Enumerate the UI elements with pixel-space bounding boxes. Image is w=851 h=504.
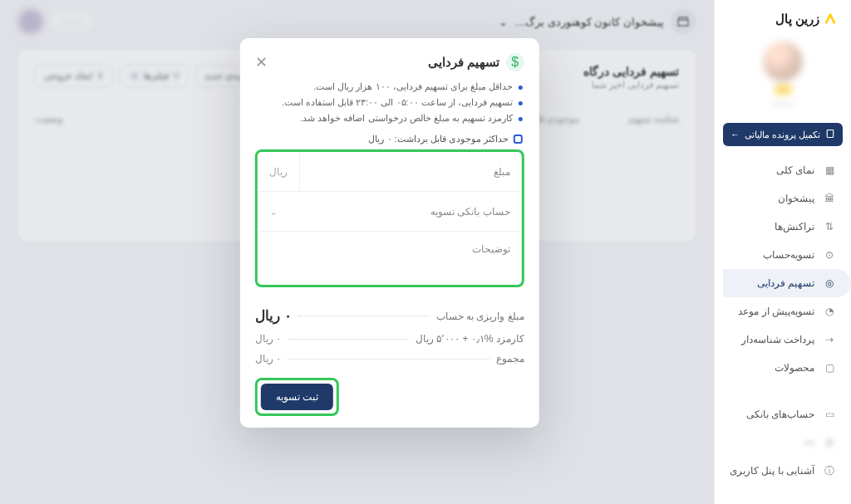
nav-settlement[interactable]: ⊙تسویه‌حساب	[715, 241, 851, 269]
amount-label: مبلغ	[307, 166, 510, 178]
info-bullets: حداقل مبلغ برای تسهیم فردایی، ۱۰۰ هزار ر…	[257, 81, 523, 124]
nav: ▦نمای کلی 🏛پیشخوان ⇅تراکنش‌ها ⊙تسویه‌حسا…	[715, 156, 851, 485]
tax-file-button[interactable]: تکمیل پرونده مالیاتی ←	[723, 123, 843, 146]
total-label: مجموع	[496, 353, 524, 365]
amount-unit: ریال	[269, 152, 300, 191]
checkbox-icon	[514, 135, 523, 144]
description-label: توضیحات	[269, 243, 510, 255]
close-icon[interactable]: ✕	[255, 55, 268, 70]
brand-mark-icon	[824, 13, 836, 25]
tax-file-label: تکمیل پرونده مالیاتی	[745, 130, 820, 140]
submit-label: ثبت تسویه	[276, 391, 318, 403]
transactions-icon: ⇅	[823, 220, 836, 233]
nav-share-tomorrow[interactable]: ◎تسهیم فردایی	[723, 269, 851, 297]
sidebar: زرین پال — — — تکمیل پرونده مالیاتی ← ▦ن…	[714, 0, 851, 504]
user-name: — —	[772, 98, 793, 108]
bullet: حداقل مبلغ برای تسهیم فردایی، ۱۰۰ هزار ر…	[257, 81, 523, 92]
form-fields-highlight: مبلغ ریال حساب بانکی تسویه ⌄ توضیحات	[255, 149, 524, 287]
summary-total: مجموع ۰ ریال	[255, 353, 524, 365]
user-block: — — —	[715, 33, 851, 120]
card-icon: ▭	[823, 408, 836, 421]
bullet: تسهیم فردایی، از ساعت ۰۵:۰۰ الی ۲۳:۰۰ قا…	[257, 97, 523, 108]
bank-icon: 🏛	[823, 192, 836, 205]
brand-name: زرین پال	[775, 12, 819, 27]
arrow-left-icon: ←	[730, 130, 740, 139]
early-icon: ◔	[823, 305, 836, 318]
nav-separator	[715, 382, 851, 400]
info-icon: ⓘ	[823, 464, 836, 477]
nav-label: —	[804, 437, 814, 448]
max-withdraw-label: حداکثر موجودی قابل برداشت: ۰ ریال	[368, 134, 508, 144]
description-field[interactable]: توضیحات	[258, 232, 522, 285]
deposit-value: ۰ ریال	[255, 307, 292, 325]
nav-intro[interactable]: ⓘآشنایی با پنل کاربری	[715, 457, 851, 485]
avatar	[763, 42, 803, 81]
nav-transactions[interactable]: ⇅تراکنش‌ها	[715, 213, 851, 241]
svg-rect-0	[827, 130, 834, 138]
user-tag: —	[775, 85, 792, 95]
share-icon: ◎	[823, 276, 836, 290]
chevron-down-icon: ⌄	[269, 206, 278, 218]
nav-blurred[interactable]: ⊙—	[715, 428, 851, 457]
fee-value: ۰ ریال	[255, 333, 281, 345]
account-select[interactable]: حساب بانکی تسویه ⌄	[258, 192, 522, 232]
account-label: حساب بانکی تسویه	[284, 206, 510, 218]
nav-label: تسویه‌حساب	[763, 249, 814, 261]
fee-label: کارمزد %۰٫۱ + ۵٬۰۰۰ ریال	[416, 333, 524, 345]
doc-icon	[825, 129, 835, 140]
nav-label: محصولات	[775, 362, 814, 374]
submit-highlight: ثبت تسویه	[255, 378, 339, 416]
summary-fee: کارمزد %۰٫۱ + ۵٬۰۰۰ ریال ۰ ریال	[255, 333, 524, 345]
nav-label: تراکنش‌ها	[775, 221, 814, 232]
brand-logo: زرین پال	[715, 0, 851, 33]
modal-title: تسهیم فردایی	[428, 55, 499, 70]
dollar-icon: $	[506, 53, 524, 71]
dot-icon: ⊙	[823, 436, 836, 449]
nav-overview[interactable]: ▦نمای کلی	[715, 156, 851, 184]
nav-label: تسهیم فردایی	[757, 277, 814, 289]
nav-dashboard[interactable]: 🏛پیشخوان	[715, 184, 851, 213]
total-value: ۰ ریال	[255, 353, 281, 365]
settlement-icon: ⊙	[823, 248, 836, 262]
nav-label: تسویه‌پیش از موعد	[738, 306, 814, 317]
nav-bank-accounts[interactable]: ▭حساب‌های بانکی	[715, 400, 851, 428]
submit-button[interactable]: ثبت تسویه	[261, 384, 333, 410]
share-modal: $ تسهیم فردایی ✕ حداقل مبلغ برای تسهیم ف…	[240, 38, 539, 428]
amount-field[interactable]: مبلغ ریال	[258, 152, 522, 192]
summary-deposit: مبلغ واریزی به حساب ۰ ریال	[255, 307, 524, 325]
nav-label: پرداخت شناسه‌دار	[741, 334, 814, 345]
nav-products[interactable]: ▢محصولات	[715, 354, 851, 382]
nav-label: حساب‌های بانکی	[746, 409, 814, 420]
dashboard-icon: ▦	[823, 164, 836, 177]
products-icon: ▢	[823, 361, 836, 374]
nav-early-settlement[interactable]: ◔تسویه‌پیش از موعد	[715, 297, 851, 325]
nav-id-payment[interactable]: ⇢پرداخت شناسه‌دار	[715, 325, 851, 354]
nav-label: آشنایی با پنل کاربری	[730, 465, 814, 477]
max-withdraw: حداکثر موجودی قابل برداشت: ۰ ریال	[257, 134, 523, 144]
deposit-label: مبلغ واریزی به حساب	[436, 311, 524, 322]
bullet: کارمزد تسهیم به مبلغ خالص درخواستی اضافه…	[257, 113, 523, 124]
id-pay-icon: ⇢	[823, 333, 836, 346]
nav-label: نمای کلی	[776, 164, 814, 176]
nav-label: پیشخوان	[778, 193, 814, 204]
